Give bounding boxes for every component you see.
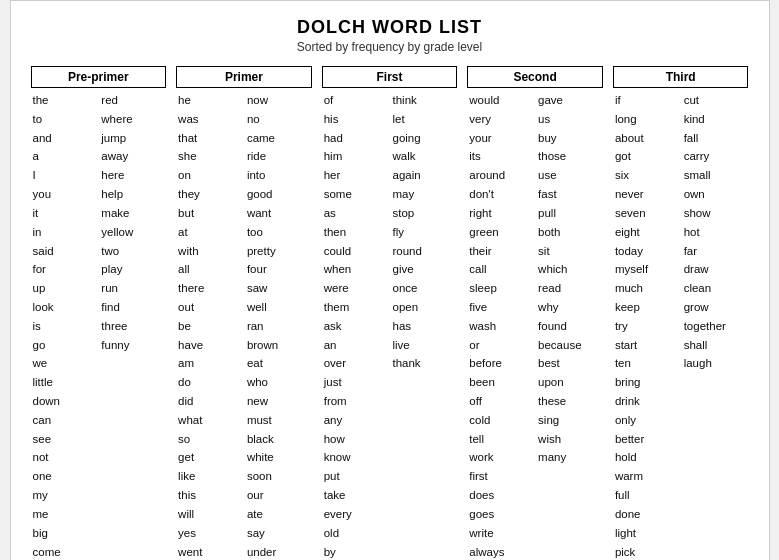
list-item: little [31, 374, 98, 392]
list-item: been [467, 374, 534, 392]
list-item: upon [536, 374, 603, 392]
list-item: like [176, 468, 243, 486]
list-item: take [322, 487, 389, 505]
word-col-1-1: nownocamerideintogoodwanttooprettyfoursa… [245, 92, 312, 560]
list-item: live [390, 337, 457, 355]
list-item: sing [536, 412, 603, 430]
list-item: five [467, 299, 534, 317]
col-header-4: Third [613, 66, 749, 88]
list-item: help [99, 186, 166, 204]
col-group-3: Secondwouldveryyouritsarounddon'trightgr… [467, 66, 603, 560]
list-item: before [467, 355, 534, 373]
list-item: them [322, 299, 389, 317]
word-col-4-1: cutkindfallcarrysmallownshowhotfardrawcl… [682, 92, 749, 560]
list-item: look [31, 299, 98, 317]
list-item: she [176, 148, 243, 166]
list-item: think [390, 92, 457, 110]
list-item: because [536, 337, 603, 355]
list-item: together [682, 318, 749, 336]
list-item: ate [245, 506, 312, 524]
list-item: a [31, 148, 98, 166]
list-item: down [31, 393, 98, 411]
list-item: draw [682, 261, 749, 279]
list-item: small [682, 167, 749, 185]
list-item: thank [390, 355, 457, 373]
list-item: better [613, 431, 680, 449]
list-item: her [322, 167, 389, 185]
word-col-2-1: thinkletgoingwalkagainmaystopflyroundgiv… [390, 92, 457, 560]
list-item: have [176, 337, 243, 355]
list-item: drink [613, 393, 680, 411]
list-item: your [467, 130, 534, 148]
list-item: bring [613, 374, 680, 392]
list-item: wish [536, 431, 603, 449]
list-item: were [322, 280, 389, 298]
col-header-3: Second [467, 66, 603, 88]
list-item: where [99, 111, 166, 129]
list-item: tell [467, 431, 534, 449]
list-item: gave [536, 92, 603, 110]
list-item: the [31, 92, 98, 110]
col-inner-2: ofhishadhimhersomeasthencouldwhenwerethe… [322, 92, 458, 560]
list-item: very [467, 111, 534, 129]
list-item: had [322, 130, 389, 148]
list-item: three [99, 318, 166, 336]
list-item: and [31, 130, 98, 148]
list-item: how [322, 431, 389, 449]
list-item: find [99, 299, 166, 317]
list-item: use [536, 167, 603, 185]
list-item: went [176, 544, 243, 561]
col-group-0: Pre-primerthetoandaIyouitinsaidforuplook… [31, 66, 167, 560]
col-inner-3: wouldveryyouritsarounddon'trightgreenthe… [467, 92, 603, 560]
list-item: make [99, 205, 166, 223]
list-item: try [613, 318, 680, 336]
list-item: eat [245, 355, 312, 373]
list-item: yellow [99, 224, 166, 242]
list-item: best [536, 355, 603, 373]
list-item: may [390, 186, 457, 204]
card: DOLCH WORD LIST Sorted by frequency by g… [10, 0, 770, 560]
list-item: six [613, 167, 680, 185]
list-item: about [613, 130, 680, 148]
list-item: there [176, 280, 243, 298]
list-item: they [176, 186, 243, 204]
list-item: these [536, 393, 603, 411]
list-item: ran [245, 318, 312, 336]
list-item: going [390, 130, 457, 148]
list-item: was [176, 111, 243, 129]
list-item: can [31, 412, 98, 430]
list-item: for [31, 261, 98, 279]
col-group-2: Firstofhishadhimhersomeasthencouldwhenwe… [322, 66, 458, 560]
list-item: eight [613, 224, 680, 242]
word-col-0-1: redwherejumpawayherehelpmakeyellowtwopla… [99, 92, 166, 560]
list-item: goes [467, 506, 534, 524]
list-item: away [99, 148, 166, 166]
word-col-3-0: wouldveryyouritsarounddon'trightgreenthe… [467, 92, 534, 560]
list-item: far [682, 243, 749, 261]
list-item: grow [682, 299, 749, 317]
word-col-4-0: iflongaboutgotsixneverseveneighttodaymys… [613, 92, 680, 560]
list-item: run [99, 280, 166, 298]
list-item: soon [245, 468, 312, 486]
list-item: an [322, 337, 389, 355]
list-item: him [322, 148, 389, 166]
list-item: light [613, 525, 680, 543]
list-item: four [245, 261, 312, 279]
list-item: we [31, 355, 98, 373]
list-item: to [31, 111, 98, 129]
list-item: once [390, 280, 457, 298]
list-item: buy [536, 130, 603, 148]
list-item: I [31, 167, 98, 185]
list-item: pretty [245, 243, 312, 261]
list-item: but [176, 205, 243, 223]
list-item: into [245, 167, 312, 185]
list-item: read [536, 280, 603, 298]
list-item: start [613, 337, 680, 355]
col-inner-4: iflongaboutgotsixneverseveneighttodaymys… [613, 92, 749, 560]
list-item: know [322, 449, 389, 467]
list-item: cold [467, 412, 534, 430]
word-col-2-0: ofhishadhimhersomeasthencouldwhenwerethe… [322, 92, 389, 560]
word-col-1-0: hewasthatsheontheybutatwithallthereoutbe… [176, 92, 243, 560]
list-item: my [31, 487, 98, 505]
list-item: found [536, 318, 603, 336]
